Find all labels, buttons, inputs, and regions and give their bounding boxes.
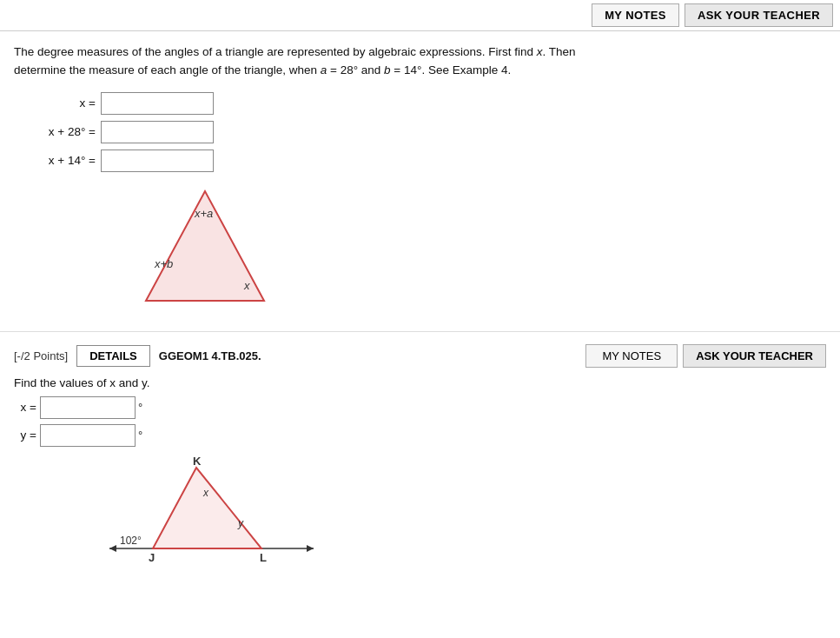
ask-teacher-button-s2[interactable]: ASK YOUR TEACHER — [683, 344, 826, 368]
problem-text-1: The degree measures of the angles of a t… — [14, 43, 826, 80]
ask-teacher-button-top[interactable]: ASK YOUR TEACHER — [685, 3, 833, 27]
xy-row-x: x = ° — [14, 396, 826, 419]
diagram1-label-top: x+a — [194, 207, 213, 220]
diagram2-k: K — [193, 457, 202, 468]
diagram2-l: L — [260, 551, 267, 564]
diagram1: x+a x+b x — [118, 181, 826, 322]
answer-row-x14: x + 14° = — [14, 150, 826, 172]
problem-text-eq2: = 14° — [391, 63, 422, 76]
diagram2-j: J — [149, 551, 155, 564]
problem-text-then: . Then — [543, 45, 576, 58]
label-x: x = — [14, 96, 101, 110]
section2-header: [-/2 Points] DETAILS GGEOM1 4.TB.025. MY… — [14, 344, 826, 368]
degree-y: ° — [138, 429, 142, 442]
problem-id: GGEOM1 4.TB.025. — [159, 349, 586, 362]
answer-row-x28: x + 28° = — [14, 121, 826, 143]
my-notes-button-s2[interactable]: MY NOTES — [585, 344, 678, 368]
label-x28: x + 28° = — [14, 125, 101, 138]
triangle-svg-1: x+a x+b x — [118, 181, 292, 320]
my-notes-button-top[interactable]: MY NOTES — [592, 3, 679, 27]
triangle-svg-2: K x y J L 102° — [101, 457, 327, 570]
details-button[interactable]: DETAILS — [76, 345, 150, 367]
problem-text-x: x — [537, 45, 543, 58]
xy-row-y: y = ° — [14, 424, 826, 447]
section1: The degree measures of the angles of a t… — [0, 31, 840, 332]
diagram2-x: x — [202, 487, 209, 499]
diagram2-y: y — [237, 517, 244, 529]
problem-text-prefix: The degree measures of the angles of a t… — [14, 45, 537, 58]
label-x14: x + 14° = — [14, 154, 101, 167]
top-bar: MY NOTES ASK YOUR TEACHER — [0, 0, 840, 31]
input-x14[interactable] — [101, 150, 214, 172]
answer-row-x: x = — [14, 92, 826, 115]
section2: [-/2 Points] DETAILS GGEOM1 4.TB.025. MY… — [0, 332, 840, 582]
input-x28[interactable] — [101, 121, 214, 143]
diagram1-label-left: x+b — [154, 257, 173, 270]
input-y[interactable] — [40, 424, 136, 447]
diagram2-102: 102° — [120, 535, 142, 547]
problem-text-determine: determine the measure of each angle of t… — [14, 63, 321, 76]
input-x[interactable] — [101, 92, 214, 115]
diagram2: K x y J L 102° — [101, 457, 826, 573]
label-x2: x = — [14, 401, 40, 414]
problem-text-eq1: = 28° — [327, 63, 358, 76]
right-arrow — [307, 545, 314, 552]
degree-x2: ° — [138, 401, 142, 414]
problem-text-b: b — [384, 63, 391, 76]
label-y: y = — [14, 429, 40, 442]
points-label: [-/2 Points] — [14, 349, 68, 362]
input-x2[interactable] — [40, 396, 136, 419]
problem-text-and: and — [358, 63, 384, 76]
problem-text-see: . See Example 4. — [421, 63, 511, 76]
svg-marker-2 — [153, 468, 261, 548]
diagram1-label-right: x — [243, 279, 250, 292]
left-arrow — [109, 545, 116, 552]
find-text: Find the values of x and y. — [14, 376, 826, 389]
